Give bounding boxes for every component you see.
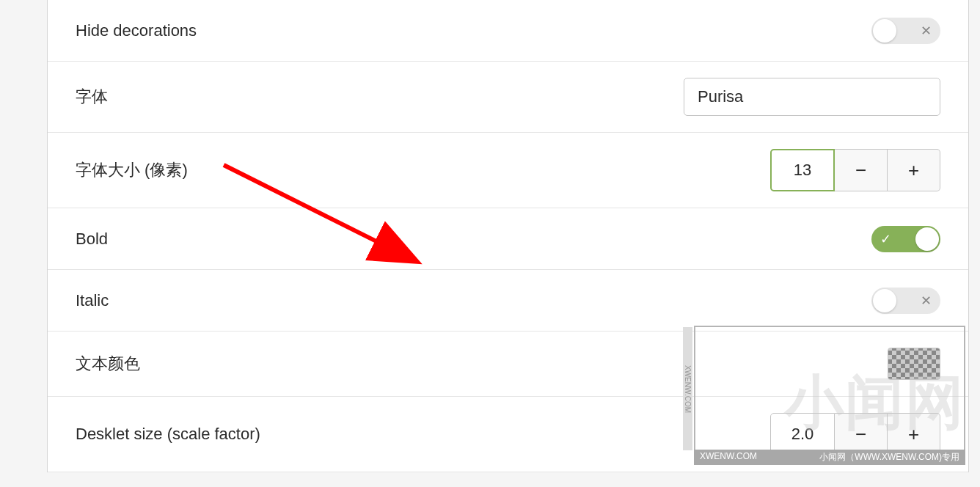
check-icon: ✓ [880, 231, 891, 247]
watermark-side-text: XWENW.COM [683, 327, 692, 450]
toggle-knob [873, 19, 896, 43]
watermark-footer-left: XWENW.COM [700, 451, 757, 464]
toggle-bold[interactable]: ✓ [871, 226, 940, 252]
label-text-color: 文本颜色 [76, 353, 140, 375]
settings-panel: Hide decorations ✕ 字体 字体大小 (像素) 13 − + B… [47, 0, 969, 472]
watermark-footer-right: 小闻网（WWW.XWENW.COM)专用 [819, 451, 959, 464]
toggle-knob [873, 289, 896, 312]
label-font-size: 字体大小 (像素) [76, 159, 188, 181]
font-size-increase-button[interactable]: + [888, 149, 940, 191]
minus-icon: − [855, 159, 866, 182]
row-text-color: 文本颜色 [48, 332, 968, 397]
toggle-italic[interactable]: ✕ [871, 288, 940, 314]
row-font-size: 字体大小 (像素) 13 − + [48, 133, 968, 208]
toggle-knob [915, 227, 939, 251]
plus-icon: + [908, 423, 919, 446]
font-size-spinner: 13 − + [770, 149, 940, 191]
x-icon: ✕ [921, 293, 932, 309]
label-font: 字体 [76, 86, 108, 108]
row-bold: Bold ✓ [48, 208, 968, 270]
font-input[interactable] [684, 78, 940, 116]
plus-icon: + [908, 159, 919, 182]
minus-icon: − [855, 423, 866, 446]
label-italic: Italic [76, 291, 109, 310]
watermark-footer: XWENW.COM 小闻网（WWW.XWENW.COM)专用 [694, 450, 965, 465]
row-font: 字体 [48, 62, 968, 133]
label-bold: Bold [76, 230, 108, 249]
toggle-hide-decorations[interactable]: ✕ [871, 18, 940, 44]
row-hide-decorations: Hide decorations ✕ [48, 0, 968, 62]
row-italic: Italic ✕ [48, 270, 968, 332]
label-hide-decorations: Hide decorations [76, 21, 197, 40]
font-size-decrease-button[interactable]: − [835, 149, 888, 191]
text-color-picker[interactable] [888, 348, 940, 380]
label-desklet-size: Desklet size (scale factor) [76, 425, 260, 444]
x-icon: ✕ [921, 23, 932, 39]
font-size-value[interactable]: 13 [770, 149, 835, 191]
